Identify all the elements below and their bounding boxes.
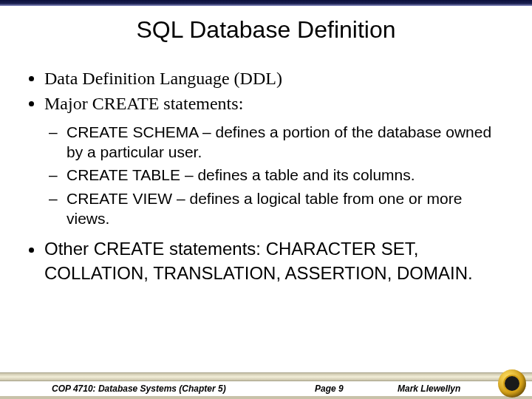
subbullet-create-schema: CREATE SCHEMA – defines a portion of the… [49,122,508,163]
slide-footer: COP 4710: Database Systems (Chapter 5) P… [0,381,532,396]
footer-author: Mark Llewellyn [398,383,460,394]
top-accent-bar [0,0,532,6]
ucf-logo-inner [503,375,521,392]
bullet-ddl: Data Definition Language (DDL) [44,66,508,90]
slide-title: SQL Database Definition [0,16,532,44]
slide-content: Data Definition Language (DDL) Major CRE… [24,66,508,287]
footer-accent-band [0,372,532,381]
ucf-logo-icon [498,369,526,398]
footer-page: Page 9 [315,383,344,394]
bullet-other-create: Other CREATE statements: CHARACTER SET, … [44,237,508,285]
bullet-major-create: Major CREATE statements: [44,92,508,115]
bottom-accent-bar [0,396,532,399]
subbullet-create-view: CREATE VIEW – defines a logical table fr… [49,188,508,229]
subbullet-create-table: CREATE TABLE – defines a table and its c… [49,165,508,185]
footer-course: COP 4710: Database Systems (Chapter 5) [52,383,226,394]
